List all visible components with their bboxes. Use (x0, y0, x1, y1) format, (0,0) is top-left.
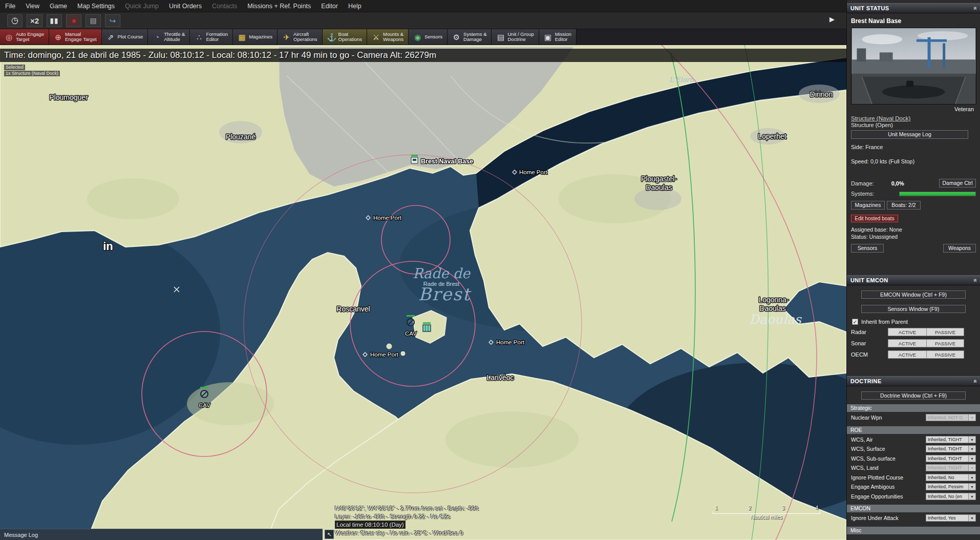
chevron-down-icon[interactable]: ▼ (969, 436, 976, 443)
svg-text:Home Port: Home Port (519, 169, 548, 175)
boat-operations-button[interactable]: ⚓ BoatOperations (323, 29, 367, 45)
right-sidebar: UNIT STATUS » Brest Naval Base (846, 0, 980, 540)
doctrine-window-button[interactable]: Doctrine Window (Ctrl + F9) (861, 391, 966, 400)
mission-map-icon: ▣ (544, 33, 552, 41)
place-label: Plouzané (226, 133, 256, 141)
chevron-down-icon[interactable]: ▼ (969, 474, 976, 481)
toolbar-expand-arrow-icon[interactable]: ▶ (829, 15, 835, 23)
plot-course-button[interactable]: ⇗ Plot Course (102, 29, 148, 45)
stop-button[interactable]: ■ (66, 14, 81, 27)
water-label: L'Elorn (669, 76, 694, 84)
menu-view[interactable]: View (20, 0, 45, 12)
time-compression-indicator[interactable]: ×2 (27, 14, 42, 27)
sensors-sidebar-button[interactable]: Sensors (851, 244, 884, 253)
damage-ctrl-button[interactable]: Damage Ctrl (939, 179, 976, 188)
misc-section-header: Misc (847, 527, 980, 534)
oecm-active-button[interactable]: ACTIVE (888, 350, 927, 359)
magazines-sidebar-button[interactable]: Magazines (851, 201, 885, 210)
throttle-altitude-button[interactable]: ◔ Throttle &Altitude (148, 29, 190, 45)
radar-passive-button[interactable]: PASSIVE (927, 328, 964, 336)
doctrine-value[interactable]: Inherited, TIGHT (926, 445, 969, 452)
doctrine-value: Inherited, NOT G (926, 414, 969, 421)
damage-label: Damage: (851, 180, 874, 186)
experience-level: Veteran (853, 106, 974, 112)
inherit-from-parent-checkbox[interactable]: ✓ (852, 319, 858, 325)
message-log-bar[interactable]: Message Log (0, 529, 323, 540)
mission-editor-button[interactable]: ▣ MissionEditor (539, 29, 577, 45)
pause-button[interactable]: ▮▮ (47, 14, 62, 27)
emcon-section-header: EMCON (847, 505, 980, 512)
sonar-active-button[interactable]: ACTIVE (888, 339, 927, 347)
menu-file[interactable]: File (0, 0, 20, 12)
assigned-base: Assigned base: None (851, 226, 976, 233)
mounts-weapons-button[interactable]: ⚔ Mounts &Weapons (367, 29, 409, 45)
doctrine-value[interactable]: Inherited, No (en (926, 493, 969, 500)
place-label: Daoulas (646, 183, 672, 192)
unit-group-doctrine-button[interactable]: ▤ Unit / GroupDoctrine (492, 29, 539, 45)
chevron-down-icon[interactable]: ▼ (969, 514, 976, 522)
manual-engage-target-icon: ⊕ (54, 33, 62, 41)
menu-missions-ref-points[interactable]: Missions + Ref. Points (242, 0, 316, 12)
doctrine-row-wcs-surface: WCS, Surface Inherited, TIGHT ▼ (851, 445, 976, 453)
redo-button[interactable]: ↪ (105, 14, 120, 27)
map-scale: 1 2 3 4 Nautical miles (712, 505, 821, 520)
tactical-map[interactable]: Ploumoguer Plouzané Dirinon Loperhet Plo… (0, 45, 846, 540)
menu-map-settings[interactable]: Map Settings (72, 0, 120, 12)
radar-icon: ◉ (413, 33, 422, 41)
menu-editor[interactable]: Editor (316, 0, 343, 12)
sonar-passive-button[interactable]: PASSIVE (927, 339, 964, 347)
systems-label: Systems: (851, 191, 874, 197)
unit-class-link[interactable]: Structure (Naval Dock) (851, 115, 976, 121)
doctrine-value: Inherited, TIGHT (926, 464, 969, 471)
formation-editor-button[interactable]: ∴ FormationEditor (190, 29, 233, 45)
menu-help[interactable]: Help (343, 0, 367, 12)
sensors-window-button[interactable]: Sensors Window (F9) (861, 305, 966, 313)
radar-active-button[interactable]: ACTIVE (888, 328, 927, 336)
oecm-label: OECM (851, 351, 888, 358)
collapse-chevron-icon[interactable]: » (971, 6, 978, 10)
collapse-chevron-icon[interactable]: » (971, 379, 978, 383)
systems-damage-button[interactable]: ⚙ Systems &Damage (448, 29, 492, 45)
auto-engage-target-button[interactable]: ◎ Auto EngageTarget (0, 29, 49, 45)
weapons-icon: ⚔ (372, 33, 380, 41)
doctrine-value[interactable]: Inherited, Pessim (926, 483, 969, 490)
manual-engage-target-button[interactable]: ⊕ ManualEngage Target (49, 29, 102, 45)
svg-text:CAV: CAV (405, 330, 417, 337)
doctrine-value[interactable]: Inherited, TIGHT (926, 436, 969, 443)
magazines-button[interactable]: ▦ Magazines (233, 29, 278, 45)
doctrine-row-engage-ambigous: Engage Ambigous Inherited, Pessim ▼ (851, 483, 976, 491)
chevron-down-icon[interactable]: ▼ (969, 445, 976, 452)
menu-bar: File View Game Map Settings Quick Jump U… (0, 0, 980, 12)
boats-button[interactable]: Boats: 2/2 (887, 201, 921, 210)
sensors-ribbon-button[interactable]: ◉ Sensors (409, 29, 448, 45)
application-window: File View Game Map Settings Quick Jump U… (0, 0, 980, 540)
chevron-down-icon[interactable]: ▼ (969, 483, 976, 490)
map-canvas[interactable]: Ploumoguer Plouzané Dirinon Loperhet Plo… (0, 45, 846, 540)
doctrine-value[interactable]: Inherited, No (926, 474, 969, 481)
doctrine-value[interactable]: Inherited, Yes (926, 514, 969, 522)
print-button[interactable]: ▤ (86, 14, 101, 27)
place-label: Lanvéoc (487, 373, 514, 382)
weapons-sidebar-button[interactable]: Weapons (943, 244, 976, 253)
menu-contacts: Contacts (207, 0, 242, 12)
gauge-icon: ◔ (153, 33, 161, 41)
collapse-chevron-icon[interactable]: » (971, 278, 978, 282)
unit-message-log-button[interactable]: Unit Message Log (851, 130, 968, 139)
dock-structure-icon[interactable] (423, 322, 431, 331)
chevron-down-icon: ▼ (969, 464, 976, 471)
emcon-window-button[interactable]: EMCON Window (Ctrl + F9) (861, 290, 966, 299)
chevron-down-icon[interactable]: ▼ (969, 455, 976, 462)
time-bar: Time: domingo, 21 de abril de 1985 - Zul… (0, 49, 846, 62)
menu-unit-orders[interactable]: Unit Orders (164, 0, 207, 12)
chevron-down-icon[interactable]: ▼ (969, 493, 976, 500)
command-ribbon: ◎ Auto EngageTarget ⊕ ManualEngage Targe… (0, 29, 980, 45)
assignment-status: Status: Unassigned (851, 234, 976, 240)
game-clock-button[interactable]: ◷ (7, 14, 23, 27)
edit-hosted-boats-button[interactable]: Edit hosted boats (851, 215, 898, 222)
svg-text:Home Port: Home Port (373, 215, 402, 221)
menu-game[interactable]: Game (45, 0, 72, 12)
oecm-passive-button[interactable]: PASSIVE (927, 350, 964, 359)
message-log-popout-icon[interactable]: ↖ (325, 530, 334, 539)
aircraft-operations-button[interactable]: ✈ AircraftOperations (278, 29, 322, 45)
doctrine-value[interactable]: Inherited, TIGHT (926, 455, 969, 462)
